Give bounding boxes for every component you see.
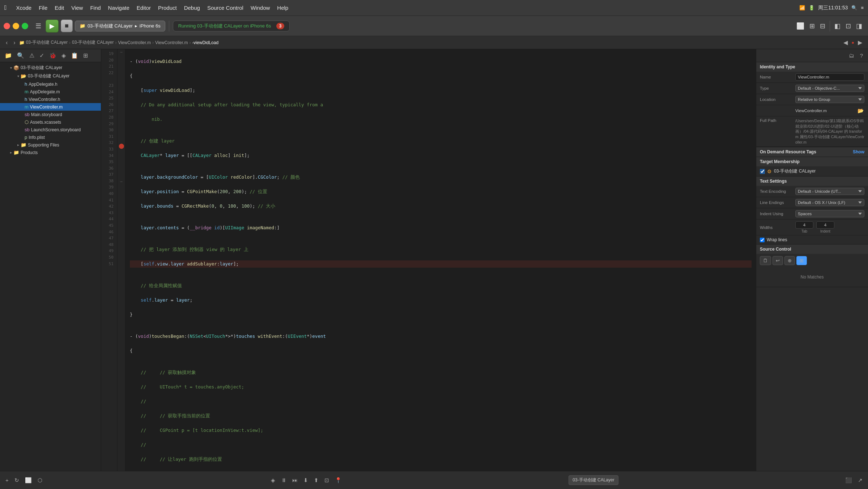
menu-find[interactable]: Find [86,3,104,12]
line-endings-select[interactable]: Default - OS X / Unix (LF) [795,199,864,206]
nav-forward-button[interactable]: › [11,39,17,47]
sidebar-folder-btn[interactable]: 📁 [3,51,14,60]
sidebar-item-appdelegateh[interactable]: h AppDelegate.h [0,80,101,88]
inspector-file-open-btn[interactable]: 📂 [857,107,864,114]
sidebar-warning-btn[interactable]: ⚠ [27,51,36,60]
sidebar-item-launch-storyboard[interactable]: sb LaunchScreen.storyboard [0,126,101,133]
sidebar-test-btn[interactable]: ✓ [38,51,46,60]
editor-version-button[interactable]: ⊟ [818,21,827,31]
inspector-help-btn[interactable]: ? [858,51,865,60]
code-area[interactable]: 19202122 232425 26272829 30313233 343536… [101,49,756,471]
on-demand-title: On Demand Resource Tags [760,149,816,154]
nav-prev-button[interactable]: ◀ [841,38,850,47]
menu-xcode[interactable]: Xcode [13,3,35,12]
gutter-34[interactable]: ⬤ [118,142,125,150]
bottom-nav-back[interactable]: ↻ [13,476,21,485]
bottom-debug-btn[interactable]: ⬡ [36,476,44,485]
view-toggle-2[interactable]: ↗ [856,476,864,485]
type-select[interactable]: Default - Objective-C... [795,85,864,92]
sidebar-item-infoplist[interactable]: p Info.plist [0,133,101,141]
encoding-select[interactable]: Default - Unicode (UT... [795,188,864,195]
menu-help[interactable]: Help [273,3,292,12]
stop-button[interactable]: ■ [61,20,73,32]
menu-product[interactable]: Product [154,3,180,12]
indent-label: Indent [820,229,830,233]
sc-btn-3[interactable]: ⊕ [784,256,795,265]
h-file-icon: h [25,81,27,87]
nav-back-button[interactable]: ‹ [4,39,10,47]
inspector-file-btn[interactable]: 🗂 [847,51,856,60]
file-label-5: Assets.xcassets [30,120,98,125]
sidebar-debug-btn[interactable]: 🐞 [47,51,58,60]
tab-width-field[interactable] [795,221,813,229]
source-control-title: Source Control [760,247,791,252]
maximize-button[interactable] [22,23,28,29]
view-toggle-1[interactable]: ⬛ [843,476,854,485]
sidebar-toggle-button[interactable]: ☰ [33,21,43,31]
location-select[interactable]: Relative to Group [795,96,864,103]
indent-using-select[interactable]: Spaces [795,210,864,217]
code-line-38: } [130,311,752,318]
navigator-toggle-button[interactable]: ◧ [832,21,843,31]
menu-file[interactable]: File [35,3,51,12]
pause-btn[interactable]: ⏸ [279,476,288,484]
sidebar-item-supporting[interactable]: ▸ 📁 Supporting Files [0,141,101,149]
sc-btn-2[interactable]: ↩ [773,256,783,265]
menu-window[interactable]: Window [247,3,273,12]
sidebar-item-appdelegatem[interactable]: m AppDelegate.m [0,88,101,95]
sidebar-item-viewcontrollerm[interactable]: m ViewController.m [0,103,101,111]
nav-next-button[interactable]: ▶ [856,38,864,47]
bottom-layout-btn[interactable]: ⬜ [23,476,34,485]
run-button[interactable]: ▶ [46,20,59,33]
sc-btn-1[interactable]: 🗒 [760,256,771,265]
editor-assistant-button[interactable]: ⊞ [807,21,817,31]
menu-editor[interactable]: Editor [133,3,154,12]
menu-search-icon[interactable]: 🔍 [851,5,857,10]
utilities-toggle-button[interactable]: ◨ [854,21,864,31]
debug-toggle-button[interactable]: ⊡ [843,21,853,31]
sidebar-breakpoint-btn[interactable]: ◈ [60,51,68,60]
scheme-selector[interactable]: 📁 03-手动创建 CALayer ▸ iPhone 6s [75,21,165,31]
target-checkbox[interactable] [760,169,765,174]
sidebar-find-btn[interactable]: 🔍 [15,51,26,60]
show-button[interactable]: Show [853,149,864,154]
file-label-2: ViewController.h [29,97,98,102]
sidebar-item-group[interactable]: ▾ 📂 03-手动创建 CALayer [0,72,101,80]
editor-standard-button[interactable]: ⬜ [794,21,807,31]
breadcrumb-file[interactable]: ViewController.m [118,40,150,45]
step-in-btn[interactable]: ⬇ [302,476,310,485]
target-name: 03-手动创建 CALayer [774,168,816,174]
sidebar-item-products[interactable]: ▸ 📁 Products [0,149,101,156]
wrap-row: Wrap lines [756,235,868,244]
step-over-btn[interactable]: ⏭ [290,476,299,484]
close-button[interactable] [4,23,10,29]
breadcrumb-method[interactable]: -viewDidLoad [192,40,218,45]
menu-navigate[interactable]: Navigate [105,3,133,12]
sc-btn-4[interactable]: ⊞ [796,256,807,265]
menu-debug[interactable]: Debug [180,3,204,12]
sidebar-item-assets[interactable]: ⬡ Assets.xcassets [0,118,101,126]
minimize-button[interactable] [13,23,19,29]
breadcrumb-file2[interactable]: ViewController.m [155,40,188,45]
sidebar-item-main-storyboard[interactable]: sb Main.storyboard [0,111,101,118]
name-field[interactable] [795,73,864,81]
apple-menu[interactable]:  [4,4,7,12]
menu-source-control[interactable]: Source Control [204,3,247,12]
sidebar-layout-btn[interactable]: ⊞ [81,51,90,60]
breakpoints-btn[interactable]: ◈ [269,476,277,485]
indent-width-field[interactable] [816,221,834,229]
add-file-button[interactable]: + [4,476,10,484]
menu-control-icon[interactable]: ≡ [861,5,864,10]
wrap-checkbox[interactable] [760,238,765,242]
sidebar-report-btn[interactable]: 📋 [69,51,80,60]
breadcrumb-group[interactable]: 03-手动创建 CALayer [72,39,114,46]
debug-mem-btn[interactable]: ⊡ [323,476,331,485]
menu-view[interactable]: View [68,3,86,12]
simulate-loc-btn[interactable]: 📍 [333,476,344,485]
code-content[interactable]: - (void)viewDidLoad { [super viewDidLoad… [125,49,756,471]
sidebar-item-viewcontrollerh[interactable]: h ViewController.h [0,95,101,103]
menu-edit[interactable]: Edit [51,3,68,12]
sidebar-item-project[interactable]: ▾ 📦 03-手动创建 CALayer [0,64,101,72]
step-out-btn[interactable]: ⬆ [312,476,320,485]
breadcrumb-project[interactable]: 03-手动创建 CALayer [26,39,68,46]
